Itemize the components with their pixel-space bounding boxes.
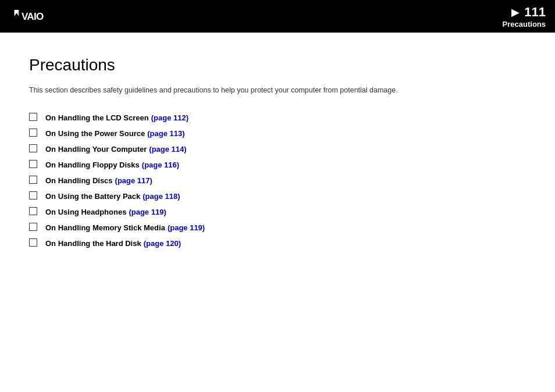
toc-item: On Handling Memory Stick Media (page 119… [29, 222, 526, 232]
toc-item-link[interactable]: (page 119) [168, 223, 205, 232]
toc-item: On Handling the Hard Disk (page 120) [29, 238, 526, 248]
toc-item: On Handling Floppy Disks (page 116) [29, 159, 526, 169]
svg-text:VAIO: VAIO [22, 11, 44, 22]
vaio-logo: VAIO [12, 8, 67, 24]
toc-item-link[interactable]: (page 113) [147, 129, 184, 138]
page-number: 111 [524, 5, 546, 20]
header: VAIO ▶ 111 Precautions [0, 0, 555, 33]
toc-item-link[interactable]: (page 116) [142, 161, 179, 169]
toc-item: On Handling the LCD Screen (page 112) [29, 112, 526, 122]
main-content: Precautions This section describes safet… [0, 33, 555, 277]
toc-item-link[interactable]: (page 119) [129, 208, 166, 216]
toc-item-text: On Handling the Hard Disk [45, 239, 141, 248]
toc-item-text: On Handling Memory Stick Media [45, 223, 165, 232]
checkbox-icon [29, 223, 37, 231]
checkbox-icon [29, 207, 37, 215]
checkbox-icon [29, 144, 37, 152]
toc-item: On Using the Battery Pack (page 118) [29, 191, 526, 201]
checkbox-icon [29, 191, 37, 199]
toc-item-text: On Handling Your Computer [45, 145, 147, 154]
toc-item-text: On Handling the LCD Screen [45, 113, 149, 122]
toc-list: On Handling the LCD Screen (page 112)On … [29, 112, 526, 248]
checkbox-icon [29, 113, 37, 121]
toc-item-link[interactable]: (page 112) [151, 113, 188, 122]
page-title: Precautions [29, 56, 526, 74]
toc-item-text: On Using Headphones [45, 208, 126, 216]
toc-item-text: On Handling Discs [45, 176, 113, 185]
toc-item: On Using Headphones (page 119) [29, 206, 526, 216]
toc-item-link[interactable]: (page 120) [144, 239, 181, 248]
toc-item-text: On Using the Power Source [45, 129, 145, 138]
intro-paragraph: This section describes safety guidelines… [29, 85, 526, 96]
toc-item: On Handling Discs (page 117) [29, 175, 526, 185]
checkbox-icon [29, 238, 37, 247]
checkbox-icon [29, 160, 37, 168]
toc-item: On Handling Your Computer (page 114) [29, 144, 526, 154]
header-nav: ▶ 111 Precautions [503, 5, 546, 28]
toc-item-text: On Using the Battery Pack [45, 192, 140, 201]
checkbox-icon [29, 129, 37, 137]
toc-item-link[interactable]: (page 117) [115, 176, 152, 185]
toc-item-link[interactable]: (page 114) [149, 145, 186, 154]
section-label: Precautions [503, 20, 546, 28]
toc-item-link[interactable]: (page 118) [143, 192, 180, 201]
checkbox-icon [29, 176, 37, 184]
header-arrow: ▶ [511, 6, 520, 19]
toc-item: On Using the Power Source (page 113) [29, 128, 526, 138]
toc-item-text: On Handling Floppy Disks [45, 161, 140, 169]
